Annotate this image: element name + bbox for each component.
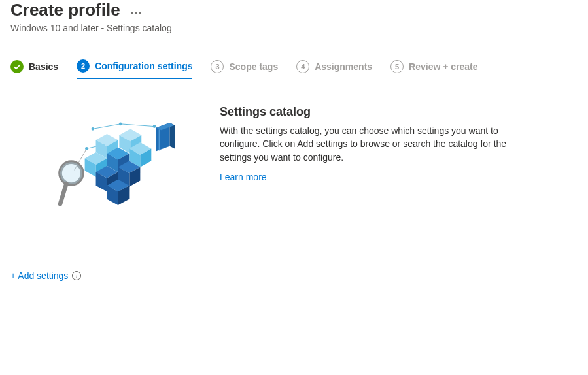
hero-section: Settings catalog With the settings catal…	[10, 105, 578, 242]
step-assignments[interactable]: 4 Assignments	[296, 59, 372, 79]
divider	[10, 252, 578, 252]
step-number-icon: 5	[390, 60, 404, 73]
hero-body: With the settings catalog, you can choos…	[220, 124, 508, 164]
add-settings-button[interactable]: + Add settings	[10, 270, 68, 281]
step-configuration-settings[interactable]: 2 Configuration settings	[77, 59, 192, 79]
svg-point-9	[60, 162, 82, 184]
step-label: Configuration settings	[95, 61, 192, 71]
step-scope-tags[interactable]: 3 Scope tags	[211, 59, 278, 79]
more-icon[interactable]: ···	[131, 3, 143, 18]
learn-more-link[interactable]: Learn more	[220, 172, 267, 182]
page-title: Create profile	[10, 0, 120, 20]
step-label: Basics	[29, 61, 58, 72]
wizard-steps: Basics 2 Configuration settings 3 Scope …	[10, 59, 578, 79]
svg-line-10	[60, 184, 66, 204]
step-label: Assignments	[315, 61, 372, 72]
checkmark-icon	[10, 60, 24, 73]
step-number-icon: 4	[296, 60, 309, 73]
step-number-icon: 2	[77, 59, 90, 73]
catalog-illustration	[10, 105, 194, 216]
step-number-icon: 3	[211, 60, 224, 73]
step-label: Scope tags	[229, 61, 278, 72]
step-label: Review + create	[409, 61, 477, 72]
page-subtitle: Windows 10 and later - Settings catalog	[10, 23, 578, 33]
svg-line-4	[120, 124, 154, 127]
info-icon[interactable]: i	[72, 271, 81, 280]
step-basics[interactable]: Basics	[10, 59, 58, 79]
hero-heading: Settings catalog	[220, 105, 508, 119]
svg-line-3	[93, 124, 120, 129]
step-review-create[interactable]: 5 Review + create	[390, 59, 477, 79]
